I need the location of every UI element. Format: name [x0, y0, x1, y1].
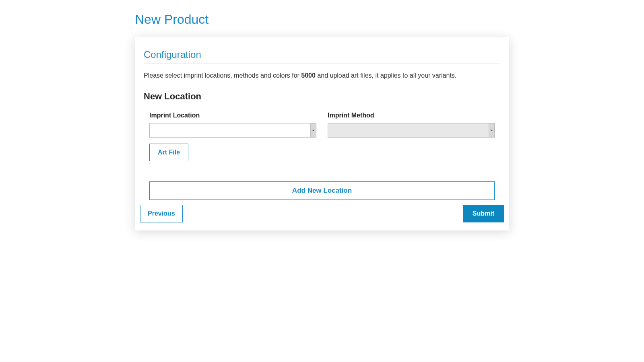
art-file-button[interactable]: Art File [149, 144, 188, 161]
page-title: New Product [135, 12, 509, 27]
footer-buttons: Previous Submit [140, 205, 504, 222]
instruction-suffix: and upload art files, it applies to all … [316, 72, 456, 79]
art-file-row: Art File [144, 144, 500, 161]
instruction-text: Please select imprint locations, methods… [144, 72, 500, 79]
divider-line [213, 161, 495, 161]
instruction-bold: 5000 [301, 72, 316, 79]
imprint-method-value [328, 123, 489, 137]
add-new-location-button[interactable]: Add New Location [149, 181, 495, 200]
add-location-wrap: Add New Location [144, 181, 500, 200]
new-location-title: New Location [144, 91, 500, 102]
configuration-card: Configuration Please select imprint loca… [135, 37, 509, 230]
chevron-down-icon [310, 123, 316, 137]
imprint-method-label: Imprint Method [328, 112, 495, 119]
imprint-method-group: Imprint Method [328, 112, 495, 138]
imprint-method-select[interactable] [328, 123, 495, 138]
imprint-location-label: Imprint Location [149, 112, 316, 119]
instruction-prefix: Please select imprint locations, methods… [144, 72, 301, 79]
previous-button[interactable]: Previous [140, 205, 183, 222]
imprint-location-group: Imprint Location [149, 112, 316, 138]
chevron-down-icon [489, 123, 494, 137]
section-title: Configuration [144, 49, 500, 64]
imprint-location-value [150, 123, 310, 137]
imprint-location-select[interactable] [149, 123, 316, 138]
form-row: Imprint Location Imprint Method [144, 112, 500, 138]
submit-button[interactable]: Submit [463, 205, 504, 222]
